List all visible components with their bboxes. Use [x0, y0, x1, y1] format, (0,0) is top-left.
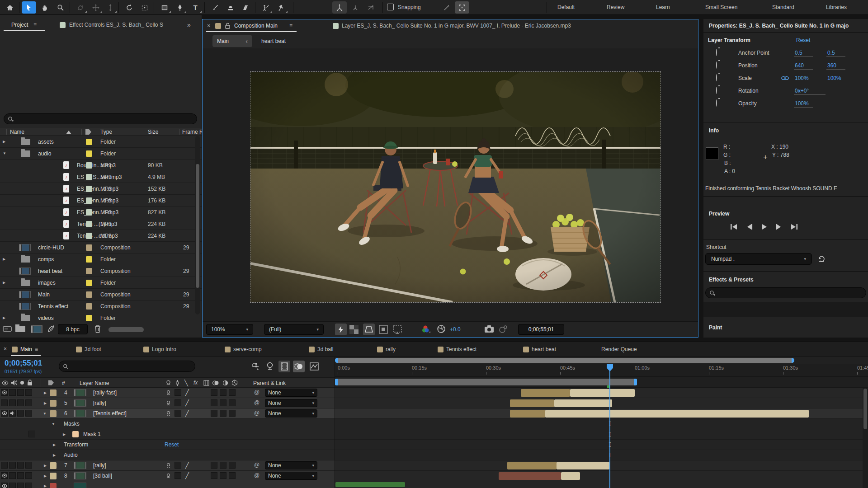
current-timecode[interactable]: 0;00;55;01	[5, 359, 42, 368]
quality-toggle[interactable]: ╱	[185, 472, 189, 479]
track-lane[interactable]	[335, 450, 868, 460]
shortcut-reset-icon[interactable]	[817, 255, 826, 263]
breadcrumb-main-button[interactable]: Main ‹	[212, 35, 252, 47]
item-name[interactable]: assets	[38, 139, 54, 145]
timeline-search-input[interactable]	[59, 361, 195, 372]
twirl-icon[interactable]: ▶	[44, 391, 47, 395]
position-y-value[interactable]: 360	[826, 62, 845, 70]
lock-toggle[interactable]	[25, 389, 32, 396]
label-color-chip[interactable]	[86, 186, 92, 192]
time-ruler[interactable]: 0:00s00:15s00:30s00:45s01:00s01:15s01:30…	[335, 364, 868, 377]
parent-pickwhip-icon[interactable]: @	[254, 462, 259, 468]
tab-overflow-icon[interactable]: »	[187, 21, 191, 28]
audio-toggle[interactable]	[9, 389, 16, 396]
layer-color-chip[interactable]	[50, 462, 57, 469]
label-color-chip[interactable]	[86, 244, 92, 251]
navigator-end-handle[interactable]	[792, 358, 794, 363]
column-name[interactable]: Name	[10, 129, 24, 135]
layer-row-tennis-effect[interactable]: ▼ 6 [Tennis effect] ╱ @ None ▾	[0, 408, 335, 419]
parent-dropdown[interactable]: None ▾	[265, 389, 317, 397]
layer-row-rally[interactable]: ▶ 5 [rally] ╱ @ None ▾	[0, 398, 335, 408]
video-column-eye-icon[interactable]	[2, 380, 9, 385]
item-name[interactable]: ES_Tenn...d.mp3	[77, 209, 118, 216]
timeline-comp-tab[interactable]: serve-comp ≡	[225, 342, 262, 357]
twirl-icon[interactable]: ▶	[44, 464, 47, 468]
audio-toggle[interactable]	[9, 399, 16, 406]
project-row[interactable]: ▼ ♪ audio Folder	[0, 148, 202, 160]
item-name[interactable]: Main	[38, 291, 50, 298]
project-row[interactable]: ♪ Bouncin...s.mp3 MP3 90 KB	[0, 160, 202, 171]
mask-1-row[interactable]: ▶ Mask 1	[0, 429, 335, 440]
twirl-icon[interactable]: ▶	[3, 257, 5, 261]
tab-effect-controls[interactable]: Effect Controls ES_J. S. Bach_ Cello S	[69, 22, 183, 28]
solo-toggle[interactable]	[17, 462, 24, 469]
audio-group-row[interactable]: ▶ Audio	[0, 450, 335, 460]
work-area-start-handle[interactable]	[335, 379, 338, 385]
item-name[interactable]: images	[38, 280, 56, 286]
bar-rally-fast[interactable]	[570, 389, 635, 397]
anchor-y-value[interactable]: 0.5	[826, 50, 845, 57]
quality-toggle[interactable]: ╱	[185, 410, 189, 417]
bar-rally2[interactable]	[557, 462, 609, 469]
lock-toggle[interactable]	[25, 472, 32, 479]
snapping-checkbox[interactable]	[387, 4, 394, 10]
bar-3d-ball[interactable]	[561, 472, 580, 480]
project-row[interactable]: ♪ heart beat Composition 29	[0, 265, 202, 277]
stopwatch-icon[interactable]	[716, 99, 717, 107]
collapse-column-icon[interactable]	[175, 380, 180, 386]
timeline-comp-tab[interactable]: 3d foot ≡	[76, 342, 101, 357]
bar-3d-ball-head[interactable]	[499, 472, 561, 480]
parent-pickwhip-icon[interactable]: @	[254, 410, 259, 416]
parent-dropdown[interactable]: None ▾	[265, 472, 317, 480]
item-name[interactable]: heart beat	[38, 268, 62, 274]
quality-toggle[interactable]: ╱	[185, 462, 189, 469]
track-lane[interactable]	[335, 471, 868, 481]
delete-icon[interactable]	[94, 324, 101, 333]
parent-dropdown[interactable]: None ▾	[265, 461, 317, 469]
project-row[interactable]: ♪ circle-HUD Composition 29	[0, 242, 202, 253]
item-name[interactable]: ES_Tenn...d.mp3	[77, 197, 118, 204]
clone-stamp-tool[interactable]	[223, 1, 238, 14]
footer-scrollbar-thumb[interactable]	[108, 327, 144, 332]
masks-label[interactable]: Masks	[64, 421, 80, 427]
interpret-footage-icon[interactable]	[3, 326, 12, 333]
position-x-value[interactable]: 640	[794, 62, 813, 70]
world-axis-mode[interactable]	[348, 1, 363, 14]
project-row[interactable]: ♪ Main Composition 29	[0, 289, 202, 300]
audio-label[interactable]: Audio	[64, 452, 78, 458]
project-row[interactable]: ♪ Tennis ...ect.mp3 MP3 224 KB	[0, 230, 202, 242]
lock-toggle[interactable]	[25, 410, 32, 417]
timeline-comp-tab[interactable]: Render Queue ≡	[601, 342, 637, 357]
tab-composition-main[interactable]: Composition Main	[234, 23, 278, 29]
twirl-icon[interactable]: ▶	[53, 443, 56, 447]
item-name[interactable]: circle-HUD	[38, 244, 64, 251]
workspace-tab[interactable]: Standard	[772, 4, 794, 10]
viewer-panel-menu-icon[interactable]: ≡	[289, 23, 292, 29]
project-row[interactable]: ♪ ES_Tenn...d.mp3 MP3 827 KB	[0, 206, 202, 218]
bar-rally-head[interactable]	[510, 399, 554, 407]
view-axis-mode[interactable]	[363, 1, 378, 14]
region-of-interest-button[interactable]	[392, 325, 402, 334]
label-color-chip[interactable]	[86, 139, 92, 145]
project-row[interactable]: ▶ ♪ assets Folder	[0, 136, 202, 148]
layer-color-chip[interactable]	[50, 483, 57, 488]
quality-toggle[interactable]: ╱	[185, 389, 189, 396]
previous-frame-button[interactable]	[745, 223, 753, 230]
channel-selector-button[interactable]	[421, 324, 431, 334]
home-button[interactable]	[3, 1, 17, 14]
transform-reset-button[interactable]: Reset	[796, 37, 810, 43]
shy-icon[interactable]	[165, 473, 171, 479]
item-name[interactable]: audio	[38, 150, 51, 157]
bar-tennis-effect[interactable]	[545, 410, 809, 418]
twirl-icon[interactable]: ▶	[44, 401, 47, 405]
project-row[interactable]: ▶ ♪ videos Folder	[0, 312, 202, 321]
label-column-tag-icon[interactable]	[48, 380, 54, 386]
snap-guides-icon[interactable]	[439, 1, 454, 14]
transform-label[interactable]: Transform	[64, 441, 88, 448]
pan-behind-anchor-tool[interactable]	[137, 1, 152, 14]
lock-open-icon[interactable]	[225, 23, 230, 29]
exposure-button[interactable]	[437, 324, 446, 334]
new-composition-icon[interactable]	[31, 325, 42, 333]
audio-toggle[interactable]	[9, 410, 16, 417]
layer-name[interactable]: [Tennis effect]	[93, 410, 127, 417]
